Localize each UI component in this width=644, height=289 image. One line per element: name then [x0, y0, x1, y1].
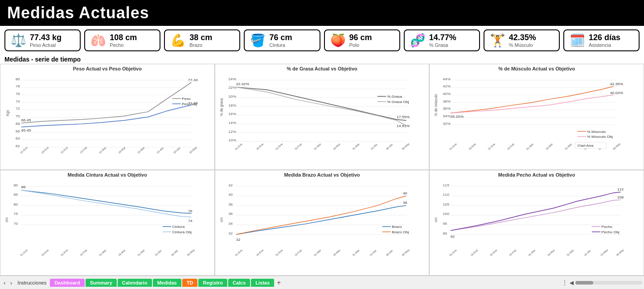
- svg-text:90: 90: [14, 183, 18, 187]
- svg-text:Pecho Obj: Pecho Obj: [602, 230, 619, 234]
- svg-text:18%: 18%: [228, 103, 236, 107]
- svg-text:42: 42: [228, 183, 233, 187]
- svg-text:77.43: 77.43: [188, 78, 198, 82]
- svg-text:16-Ene: 16-Ene: [468, 142, 477, 150]
- svg-text:% de músculo: % de músculo: [434, 94, 438, 116]
- scrollbar-left-icon: ◀: [570, 280, 574, 286]
- svg-text:15-Feb: 15-Feb: [506, 142, 515, 150]
- tab-registro[interactable]: Registro: [198, 279, 227, 287]
- svg-text:76: 76: [188, 209, 193, 213]
- svg-text:74: 74: [188, 219, 193, 223]
- svg-text:30-May: 30-May: [612, 142, 621, 150]
- svg-text:30-May: 30-May: [186, 248, 196, 256]
- svg-text:72: 72: [16, 107, 20, 111]
- svg-text:16-Ene: 16-Ene: [41, 248, 49, 256]
- tab-medidas[interactable]: Medidas: [153, 279, 181, 287]
- brazo-value: 38 cm: [189, 33, 212, 42]
- chart-grasa: % de Grasa Actual vs Objetivo 24% 22% 20…: [215, 64, 430, 170]
- metric-grasa: 🧬 14.77% % Grasa: [404, 29, 480, 51]
- svg-text:31-Ene: 31-Ene: [60, 248, 69, 256]
- header: Medidas Actuales: [0, 0, 644, 26]
- svg-text:15-Abr: 15-Abr: [583, 249, 592, 256]
- svg-text:35.20%: 35.20%: [451, 115, 464, 119]
- poto-label: Poto: [349, 42, 372, 48]
- svg-text:01-Ene: 01-Ene: [19, 248, 28, 256]
- svg-text:75: 75: [14, 212, 18, 216]
- tab-bar-right: ⋮ ◀: [562, 279, 642, 286]
- metric-brazo: 💪 38 cm Brazo: [164, 29, 240, 51]
- chart-cintura-svg: 90 85 80 75 70 cm 88 76 74: [4, 178, 211, 264]
- svg-text:cm: cm: [4, 217, 8, 222]
- svg-text:% Músculo Obj: % Músculo Obj: [587, 135, 613, 139]
- svg-text:31-Mar: 31-Mar: [564, 143, 573, 151]
- section-title: Medidas - serie de tiempo: [0, 55, 644, 64]
- tab-summary[interactable]: Summary: [86, 279, 117, 287]
- chart-pecho-title: Medida Pecho Actual vs Objetivo: [433, 172, 640, 178]
- tab-add-button[interactable]: +: [275, 279, 283, 287]
- charts-grid: Peso Actual vs Peso Objetivo 80 78 76 74…: [0, 64, 644, 276]
- svg-text:Kgs: Kgs: [5, 110, 9, 116]
- svg-text:40.03%: 40.03%: [610, 91, 623, 95]
- svg-text:80: 80: [16, 77, 20, 81]
- svg-text:31-Ene: 31-Ene: [60, 146, 69, 154]
- svg-text:16-Mar: 16-Mar: [332, 143, 341, 151]
- svg-text:30-Abr: 30-Abr: [172, 146, 181, 154]
- svg-text:66.45: 66.45: [21, 118, 31, 122]
- chart-pecho: Medida Pecho Actual vs Objetivo 115 110 …: [429, 170, 644, 276]
- tab-dashboard[interactable]: Dashboard: [50, 279, 84, 287]
- chart-brazo-svg: 42 40 38 36 34 32 cm 32 38: [219, 178, 426, 264]
- svg-text:Chart Area: Chart Area: [578, 144, 594, 148]
- svg-text:01-Mar: 01-Mar: [525, 143, 534, 151]
- svg-text:108: 108: [617, 195, 624, 199]
- svg-text:31-Mar: 31-Mar: [566, 248, 575, 256]
- svg-text:Pecho: Pecho: [602, 225, 613, 229]
- brazo-icon: 💪: [170, 34, 186, 47]
- metric-peso: ⚖️ 77.43 kg Peso Actual: [4, 29, 81, 51]
- chart-musculo: % de Músculo Actual vs Objetivo 44% 42% …: [429, 64, 644, 170]
- svg-text:44%: 44%: [443, 77, 451, 81]
- svg-text:16-Ene: 16-Ene: [41, 146, 49, 154]
- tab-nav-prev[interactable]: ‹: [2, 279, 8, 286]
- svg-text:42.35%: 42.35%: [610, 83, 623, 87]
- cintura-label: Cintura: [269, 42, 292, 48]
- svg-text:% Músculo: % Músculo: [587, 130, 606, 134]
- svg-text:16-Mar: 16-Mar: [332, 248, 341, 256]
- svg-text:70: 70: [14, 222, 18, 226]
- grasa-value: 14.77%: [429, 33, 456, 42]
- chart-grasa-svg: 24% 22% 20% 18% 16% 14% 12% 10% % de gra…: [219, 72, 426, 158]
- svg-text:38: 38: [403, 201, 407, 205]
- svg-text:16-Ene: 16-Ene: [255, 142, 264, 150]
- svg-text:30-May: 30-May: [189, 145, 198, 154]
- svg-text:95: 95: [443, 222, 447, 226]
- svg-text:Brazo: Brazo: [392, 225, 402, 229]
- page-title: Medidas Actuales: [7, 4, 637, 22]
- tab-listas[interactable]: Listas: [251, 279, 274, 287]
- svg-text:Peso obj: Peso obj: [182, 102, 197, 106]
- tab-scrollbar[interactable]: [575, 281, 642, 285]
- svg-text:01-Mar: 01-Mar: [313, 248, 322, 256]
- pecho-icon: 🫁: [90, 34, 106, 47]
- svg-text:16-Mar: 16-Mar: [117, 248, 126, 256]
- svg-text:88: 88: [21, 185, 26, 189]
- chart-cintura-title: Medida Cintura Actual vs Objetivo: [4, 172, 211, 178]
- svg-text:% de grasa: % de grasa: [219, 98, 223, 116]
- peso-label: Peso Actual: [30, 42, 62, 48]
- svg-text:42%: 42%: [443, 85, 451, 89]
- svg-text:16%: 16%: [228, 112, 236, 116]
- svg-text:15-Abr: 15-Abr: [369, 249, 377, 256]
- svg-text:36: 36: [228, 212, 233, 216]
- svg-text:15-Feb: 15-Feb: [79, 248, 88, 256]
- tab-nav-next[interactable]: ›: [8, 279, 14, 286]
- tab-td[interactable]: TD: [182, 279, 198, 287]
- tab-calcs[interactable]: Calcs: [228, 279, 250, 287]
- svg-text:65.45: 65.45: [21, 128, 31, 132]
- grasa-icon: 🧬: [410, 34, 426, 47]
- chart-musculo-svg: 44% 42% 40% 38% 36% 34% 32% % de músculo: [433, 72, 640, 158]
- tab-calendario[interactable]: Calendario: [118, 279, 152, 287]
- metric-musculo: 🏋️ 42.35% % Músculo: [484, 29, 560, 51]
- metric-pecho: 🫁 108 cm Pecho: [84, 29, 160, 51]
- chart-cintura: Medida Cintura Actual vs Objetivo 90 85 …: [0, 170, 215, 276]
- chart-brazo-title: Medida Brazo Actual vs Objetivo: [219, 172, 426, 178]
- svg-text:78: 78: [16, 85, 20, 89]
- svg-text:01-Mar: 01-Mar: [528, 248, 537, 256]
